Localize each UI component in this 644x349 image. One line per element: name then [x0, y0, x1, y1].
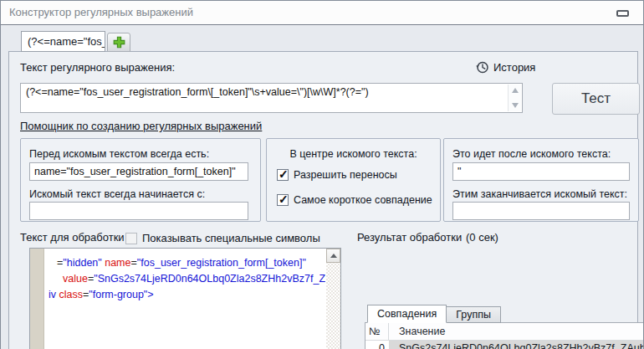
- result-time: (0 сек): [466, 231, 498, 244]
- source-textarea[interactable]: ="hidden" name="fos_user_registration_fo…: [29, 248, 341, 349]
- center-label: В центре искомого текста:: [267, 148, 440, 160]
- shortest-match-label: Самое короткое совпадение: [294, 194, 432, 206]
- source-scrollbar[interactable]: [326, 249, 340, 349]
- before-input[interactable]: [29, 162, 248, 181]
- history-clock-icon: [475, 60, 489, 74]
- after-input[interactable]: [452, 162, 630, 181]
- source-code: ="hidden" name="fos_user_registration_fo…: [45, 255, 325, 303]
- group-after-text: Это идет после искомого текста: Этим зак…: [443, 138, 639, 222]
- shortest-match-checkbox[interactable]: [277, 194, 289, 206]
- tab-matches[interactable]: Совпадения: [367, 305, 447, 323]
- tab-label: (?<=name="fos_: [28, 35, 105, 48]
- plus-icon: [113, 36, 125, 49]
- shortest-match-checkbox-row[interactable]: Самое короткое совпадение: [277, 194, 432, 206]
- result-table-header: № Значение: [365, 323, 644, 341]
- tab-current-regex[interactable]: (?<=name="fos_: [21, 31, 105, 52]
- column-header-number[interactable]: №: [365, 323, 389, 340]
- regex-input[interactable]: (?<=name="fos_user_registration_form\[_t…: [21, 84, 508, 112]
- allow-wrap-label: Разрешить переносы: [294, 169, 397, 181]
- group-before-text: Перед искомым текстом всегда есть: Иском…: [20, 138, 261, 222]
- history-button[interactable]: История: [475, 60, 535, 74]
- allow-wrap-checkbox[interactable]: [277, 169, 289, 181]
- regex-scrollbar: [508, 85, 521, 111]
- before-label: Перед искомым текстом всегда есть:: [29, 148, 209, 160]
- tab-groups[interactable]: Группы: [447, 306, 501, 323]
- table-row[interactable]: 0SnGs2s74LjeRD0n64OLbq0Zla2s8ZHh2vBz7f_Z…: [365, 341, 644, 349]
- result-label: Результат обработки: [357, 231, 462, 244]
- result-tabs: Совпадения Группы: [367, 305, 501, 323]
- source-gutter: [30, 249, 44, 349]
- test-button[interactable]: Тест: [552, 83, 640, 115]
- titlebar: Конструктор регулярных выражений: [1, 1, 643, 25]
- after-label: Это идет после искомого текста:: [452, 148, 611, 160]
- regex-constructor-window: Конструктор регулярных выражений (?<=nam…: [0, 0, 644, 349]
- show-special-checkbox[interactable]: [125, 233, 137, 244]
- ends-with-input[interactable]: [452, 202, 630, 220]
- source-label: Текст для обработки: [20, 231, 125, 244]
- show-special-checkbox-row[interactable]: Показывать специальные символы: [125, 232, 320, 244]
- result-table: № Значение 0SnGs2s74LjeRD0n64OLbq0Zla2s8…: [365, 322, 644, 349]
- scroll-down-arrow[interactable]: [509, 103, 521, 108]
- helper-link[interactable]: Помощник по созданию регулярных выражени…: [20, 120, 262, 132]
- minimize-button[interactable]: [616, 10, 629, 17]
- allow-wrap-checkbox-row[interactable]: Разрешить переносы: [277, 169, 397, 181]
- result-table-body: 0SnGs2s74LjeRD0n64OLbq0Zla2s8ZHh2vBz7f_Z…: [365, 341, 644, 349]
- scroll-up-arrow[interactable]: [509, 88, 521, 93]
- window-title: Конструктор регулярных выражений: [9, 1, 193, 24]
- column-header-value[interactable]: Значение: [389, 323, 644, 340]
- show-special-label: Показывать специальные символы: [142, 232, 320, 244]
- ends-with-label: Этим заканчивается искомый текст:: [452, 188, 627, 200]
- group-center-text: В центре искомого текста: Разрешить пере…: [266, 138, 441, 222]
- starts-with-input[interactable]: [29, 202, 248, 220]
- tab-page: Текст регулярного выражения: История (?<…: [8, 51, 638, 349]
- regex-input-wrap: (?<=name="fos_user_registration_form\[_t…: [20, 83, 523, 113]
- starts-with-label: Искомый текст всегда начинается с:: [29, 188, 205, 200]
- history-label: История: [493, 61, 535, 74]
- scrollbar-up-button[interactable]: [326, 249, 340, 263]
- add-tab-button[interactable]: [107, 33, 130, 52]
- regex-expression-label: Текст регулярного выражения:: [20, 61, 175, 74]
